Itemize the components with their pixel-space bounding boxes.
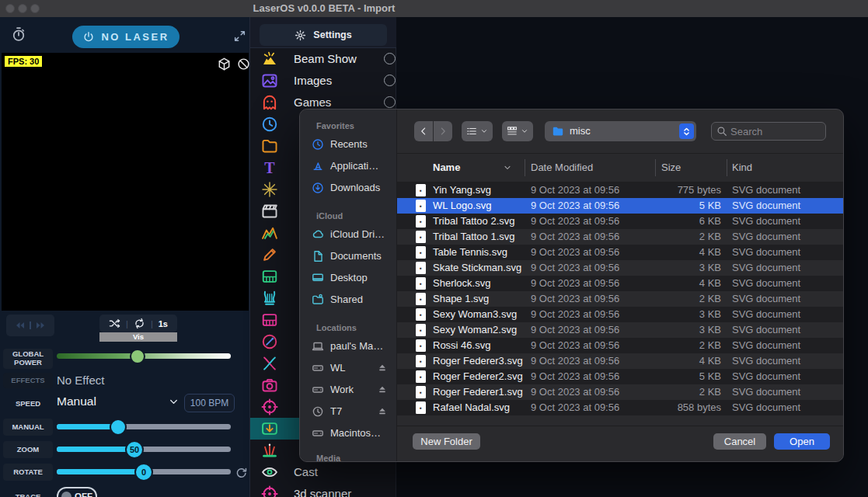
dialog-sidebar-item-downloads[interactable]: Downloads: [307, 179, 392, 197]
settings-button[interactable]: Settings: [260, 24, 387, 46]
manual-slider[interactable]: [57, 424, 231, 429]
eject-icon[interactable]: [377, 406, 388, 417]
sidebar-item-3d-scanner[interactable]: 3d scanner: [250, 483, 396, 497]
rotate-knob[interactable]: 0: [134, 463, 153, 481]
dialog-sidebar-item-paul-s-ma-[interactable]: paul's Ma…: [307, 337, 392, 356]
manual-knob[interactable]: [110, 419, 127, 436]
file-size: 4 KB: [655, 353, 721, 369]
interval-label[interactable]: 1s: [159, 319, 168, 328]
close-window-button[interactable]: [5, 4, 15, 13]
pencil-icon: [261, 246, 278, 263]
file-row-rossi-46-svg[interactable]: ▪Rossi 46.svg9 Oct 2023 at 09:562 KBSVG …: [397, 338, 844, 353]
file-row-shape-1-svg[interactable]: ▪Shape 1.svg9 Oct 2023 at 09:562 KBSVG d…: [397, 291, 844, 307]
next-icon[interactable]: [35, 319, 47, 332]
reset-rotation-icon[interactable]: [235, 466, 248, 479]
file-name: WL Logo.svg: [433, 198, 491, 214]
file-row-rafael-nadal-svg[interactable]: ▪Rafael Nadal.svg9 Oct 2023 at 09:56858 …: [397, 400, 844, 415]
rotate-slider[interactable]: 0: [57, 469, 231, 474]
global-power-slider[interactable]: [57, 353, 231, 359]
sidebar-item-radio[interactable]: [384, 53, 396, 64]
list-view-dropdown[interactable]: [462, 121, 493, 141]
expand-icon[interactable]: [233, 30, 246, 43]
vis-tab[interactable]: Vis: [99, 332, 177, 342]
file-row-sexy-woman2-svg[interactable]: ▪Sexy Woman2.svg9 Oct 2023 at 09:563 KBS…: [397, 322, 844, 338]
dialog-sidebar-item-desktop[interactable]: Desktop: [307, 269, 392, 287]
cancel-button[interactable]: Cancel: [713, 433, 766, 450]
no-laser-button[interactable]: NO LASER: [72, 26, 180, 48]
column-date-modified[interactable]: Date Modified: [531, 154, 593, 182]
sidebar-item-beam-show[interactable]: Beam Show: [250, 48, 396, 70]
blackout-icon[interactable]: [237, 57, 250, 71]
zoom-slider[interactable]: 50: [57, 447, 231, 452]
global-power-knob[interactable]: [130, 349, 145, 364]
eject-icon[interactable]: [377, 363, 388, 374]
shuffle-icon[interactable]: [109, 318, 120, 329]
drive-icon: [312, 362, 324, 374]
open-button[interactable]: Open: [774, 433, 830, 450]
file-date: 9 Oct 2023 at 09:56: [531, 214, 619, 229]
new-folder-button[interactable]: New Folder: [413, 433, 480, 450]
timer-icon[interactable]: [11, 26, 26, 42]
sidebar-item-radio[interactable]: [384, 75, 396, 86]
toggle-knob: [61, 492, 71, 497]
file-thumbnail-icon: ▪: [416, 200, 426, 212]
dialog-sidebar-item-macintos-[interactable]: Macintos…: [307, 424, 392, 443]
chevron-down-icon[interactable]: [168, 396, 180, 408]
column-size[interactable]: Size: [661, 154, 681, 182]
column-divider: [525, 159, 525, 176]
sidebar-item-radio[interactable]: [384, 96, 396, 108]
file-row-roger-federer1-svg[interactable]: ▪Roger Federer1.svg9 Oct 2023 at 09:562 …: [397, 384, 844, 400]
file-row-roger-federer3-svg[interactable]: ▪Roger Federer3.svg9 Oct 2023 at 09:564 …: [397, 353, 844, 369]
file-kind: SVG document: [732, 214, 800, 229]
file-row-roger-federer2-svg[interactable]: ▪Roger Federer2.svg9 Oct 2023 at 09:565 …: [397, 369, 844, 384]
trace-value: OFF: [75, 492, 92, 497]
dialog-sidebar-item-recents[interactable]: Recents: [307, 135, 392, 154]
xshape-icon: [261, 355, 278, 372]
folder-select[interactable]: misc: [545, 121, 696, 141]
previous-icon[interactable]: [13, 319, 26, 332]
eject-icon[interactable]: [377, 384, 388, 395]
repeat-icon[interactable]: [134, 318, 145, 329]
dialog-sidebar-item-wl[interactable]: WL: [307, 359, 392, 377]
dialog-sidebar-item-applicati-[interactable]: Applicati…: [307, 157, 392, 176]
drive-icon: [312, 427, 324, 440]
group-view-dropdown[interactable]: [502, 121, 533, 141]
file-row-tribal-tattoo-1-svg[interactable]: ▪Tribal Tattoo 1.svg9 Oct 2023 at 09:562…: [397, 229, 844, 245]
file-row-skate-stickman-svg[interactable]: ▪Skate Stickman.svg9 Oct 2023 at 09:563 …: [397, 260, 844, 276]
laser-preview-canvas[interactable]: FPS: 30: [2, 53, 249, 311]
file-row-wl-logo-svg[interactable]: ▪WL Logo.svg9 Oct 2023 at 09:565 KBSVG d…: [397, 198, 844, 214]
forward-button[interactable]: [434, 121, 452, 141]
bpm-button[interactable]: 100 BPM: [184, 394, 235, 412]
effects-value[interactable]: No Effect: [57, 374, 104, 387]
file-row-tribal-tattoo-2-svg[interactable]: ▪Tribal Tattoo 2.svg9 Oct 2023 at 09:566…: [397, 214, 844, 229]
file-kind: SVG document: [732, 322, 800, 338]
column-name[interactable]: Name: [433, 154, 460, 182]
dialog-sidebar-item-icloud-dri-[interactable]: iCloud Dri…: [307, 225, 392, 244]
dialog-sidebar-item-t7[interactable]: T7: [307, 402, 392, 421]
column-headers: Name Date Modified Size Kind: [397, 153, 844, 182]
3d-view-icon[interactable]: [218, 57, 231, 71]
dialog-footer: New Folder Cancel Open: [397, 426, 844, 462]
column-kind[interactable]: Kind: [732, 154, 752, 182]
file-row-table-tennis-svg[interactable]: ▪Table Tennis.svg9 Oct 2023 at 09:564 KB…: [397, 245, 844, 260]
sidebar-item-images[interactable]: Images: [250, 70, 396, 92]
search-input[interactable]: [730, 123, 822, 139]
file-row-sexy-woman3-svg[interactable]: ▪Sexy Woman3.svg9 Oct 2023 at 09:563 KBS…: [397, 307, 844, 322]
sidebar-item-cast[interactable]: Cast: [250, 461, 396, 483]
file-row-sherlock-svg[interactable]: ▪Sherlock.svg9 Oct 2023 at 09:564 KBSVG …: [397, 276, 844, 291]
dialog-sidebar-item-documents[interactable]: Documents: [307, 247, 392, 266]
file-size: 4 KB: [655, 245, 721, 260]
speed-value[interactable]: Manual: [57, 394, 96, 408]
file-thumbnail-icon: ▪: [416, 308, 426, 321]
back-button[interactable]: [414, 121, 433, 141]
trace-toggle[interactable]: OFF: [57, 487, 97, 497]
docfile-icon: [312, 250, 324, 262]
file-name: Roger Federer3.svg: [433, 353, 523, 369]
dialog-sidebar-item-work[interactable]: Work: [307, 381, 392, 399]
zoom-window-button[interactable]: [30, 4, 40, 13]
chevron-left-icon: [418, 126, 429, 137]
file-row-yin-yang-svg[interactable]: ▪Yin Yang.svg9 Oct 2023 at 09:56775 byte…: [397, 182, 844, 198]
zoom-knob[interactable]: 50: [125, 440, 144, 459]
dialog-sidebar-item-shared[interactable]: Shared: [307, 290, 392, 309]
minimize-window-button[interactable]: [18, 4, 27, 13]
